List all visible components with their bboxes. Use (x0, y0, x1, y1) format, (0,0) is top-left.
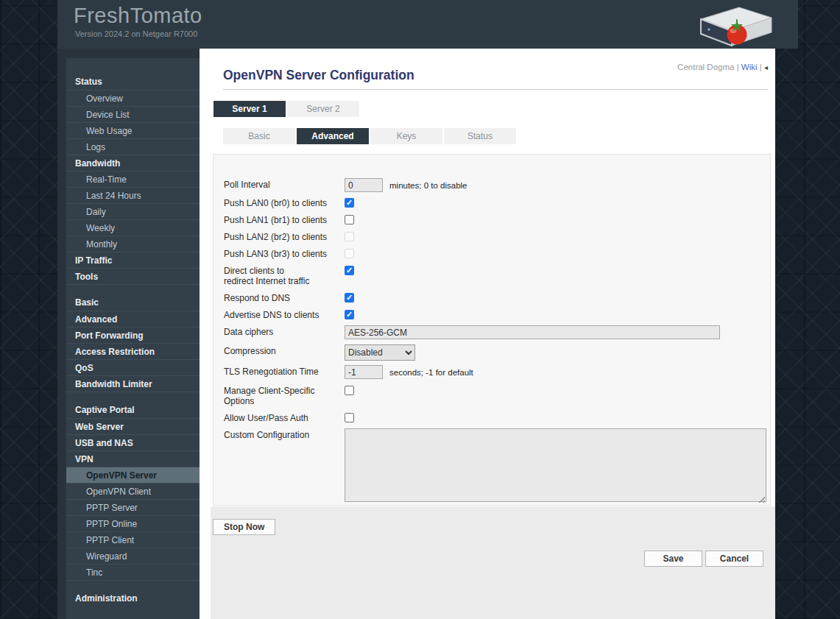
control-tls-renegotiation: seconds; -1 for default (345, 364, 770, 383)
wiki-link[interactable]: Wiki (741, 63, 758, 71)
sidebar-item-bandwidth-limiter[interactable]: Bandwidth Limiter (66, 375, 200, 392)
label-tls-renegotiation: TLS Renegotiation Time (224, 364, 345, 383)
sidebar-item-web-server[interactable]: Web Server (66, 418, 200, 434)
label-poll-interval: Poll Interval (224, 177, 345, 196)
sidebar-item-advanced[interactable]: Advanced (66, 311, 200, 327)
control-manage-cso (345, 383, 770, 411)
sidebar-item-openvpn-server[interactable]: OpenVPN Server (66, 467, 200, 483)
sidebar-gap (66, 392, 200, 402)
push-lan0-checkbox[interactable]: ✓ (345, 198, 354, 208)
sidebar-item-tinc[interactable]: Tinc (66, 564, 200, 580)
advertise-dns-checkbox[interactable]: ✓ (345, 310, 354, 319)
save-button[interactable]: Save (644, 551, 702, 567)
sidebar-item-ip-traffic[interactable]: IP Traffic (66, 252, 200, 268)
sidebar-item-monthly[interactable]: Monthly (66, 236, 200, 252)
form-row-push-lan0: Push LAN0 (br0) to clients✓ (213, 196, 770, 213)
control-redirect-internet: ✓ (345, 263, 770, 291)
poll-interval-note: minutes; 0 to disable (389, 178, 467, 193)
custom-config-textarea[interactable] (345, 428, 766, 502)
sidebar-item-openvpn-client[interactable]: OpenVPN Client (66, 483, 200, 499)
label-custom-config: Custom Configuration (224, 428, 345, 505)
label-push-lan1: Push LAN1 (br1) to clients (224, 213, 345, 230)
sidebar-item-pptp-server[interactable]: PPTP Server (66, 499, 200, 515)
control-push-lan0: ✓ (345, 196, 770, 213)
sidebar-gap (66, 580, 200, 590)
title-divider (223, 89, 768, 90)
form-row-push-lan1: Push LAN1 (br1) to clients (213, 213, 770, 230)
stop-now-button[interactable]: Stop Now (213, 519, 275, 535)
poll-interval-input[interactable] (345, 178, 383, 192)
control-compression: Disabled (345, 344, 770, 364)
collapse-arrow-icon[interactable]: ◂ (764, 63, 768, 71)
user-pass-auth-checkbox[interactable] (345, 413, 354, 422)
push-lan3-checkbox (345, 249, 354, 258)
tab-server-2[interactable]: Server 2 (287, 101, 359, 117)
compression-select[interactable]: Disabled (345, 344, 415, 361)
control-custom-config (345, 428, 770, 505)
server-tabs: Server 1Server 2 (213, 101, 359, 117)
form-row-compression: CompressionDisabled (213, 344, 770, 364)
label-advertise-dns: Advertise DNS to clients (224, 308, 345, 325)
tab-status[interactable]: Status (444, 128, 516, 144)
tab-keys[interactable]: Keys (370, 128, 442, 144)
manage-cso-checkbox[interactable] (345, 386, 354, 395)
tab-basic[interactable]: Basic (223, 128, 295, 144)
label-compression: Compression (224, 344, 345, 364)
tab-advanced[interactable]: Advanced (297, 128, 369, 144)
form-row-user-pass-auth: Allow User/Pass Auth (213, 411, 770, 428)
control-poll-interval: minutes; 0 to disable (345, 177, 770, 196)
sidebar-item-usb-and-nas[interactable]: USB and NAS (66, 434, 200, 450)
central-dogma-link[interactable]: Central Dogma (677, 63, 734, 71)
label-push-lan2: Push LAN2 (br2) to clients (224, 230, 345, 247)
control-push-lan1 (345, 213, 770, 230)
sidebar-item-access-restriction[interactable]: Access Restriction (66, 343, 200, 359)
cancel-button[interactable]: Cancel (705, 551, 763, 567)
label-respond-dns: Respond to DNS (224, 291, 345, 308)
data-ciphers-input[interactable] (345, 325, 720, 339)
page-title: OpenVPN Server Configuration (223, 68, 414, 83)
sidebar-item-basic[interactable]: Basic (66, 294, 200, 311)
sidebar-menu: StatusOverviewDevice ListWeb UsageLogsBa… (66, 58, 200, 619)
respond-dns-checkbox[interactable]: ✓ (345, 293, 354, 303)
sidebar-item-wireguard[interactable]: Wireguard (66, 548, 200, 564)
sidebar: StatusOverviewDevice ListWeb UsageLogsBa… (57, 49, 200, 619)
form-row-manage-cso: Manage Client-SpecificOptions (213, 383, 770, 411)
sidebar-item-qos[interactable]: QoS (66, 359, 200, 375)
push-lan1-checkbox[interactable] (345, 215, 354, 224)
sidebar-item-port-forwarding[interactable]: Port Forwarding (66, 327, 200, 343)
sidebar-item-pptp-online[interactable]: PPTP Online (66, 515, 200, 531)
sidebar-item-overview[interactable]: Overview (66, 90, 200, 106)
form-row-custom-config: Custom Configuration (213, 428, 770, 505)
form-row-data-ciphers: Data ciphers (213, 325, 770, 344)
sidebar-item-captive-portal[interactable]: Captive Portal (66, 402, 200, 418)
section-tabs: BasicAdvancedKeysStatus (223, 128, 516, 144)
form-row-push-lan3: Push LAN3 (br3) to clients (213, 247, 770, 263)
sidebar-item-logs[interactable]: Logs (66, 138, 200, 155)
form-row-advertise-dns: Advertise DNS to clients✓ (213, 308, 770, 325)
sidebar-item-real-time[interactable]: Real-Time (66, 171, 200, 187)
page-background: { "header": { "app_name": "FreshTomato",… (0, 0, 840, 619)
sidebar-item-bandwidth[interactable]: Bandwidth (66, 155, 200, 171)
sidebar-item-weekly[interactable]: Weekly (66, 219, 200, 236)
save-cancel-row: Save Cancel (644, 551, 763, 567)
sidebar-gap (66, 284, 200, 294)
sidebar-item-pptp-client[interactable]: PPTP Client (66, 531, 200, 548)
sidebar-item-vpn[interactable]: VPN (66, 450, 200, 467)
control-respond-dns: ✓ (345, 291, 770, 308)
advanced-settings-panel: Poll Intervalminutes; 0 to disablePush L… (213, 154, 771, 506)
sidebar-item-status[interactable]: Status (66, 74, 200, 90)
redirect-internet-checkbox[interactable]: ✓ (345, 266, 354, 275)
sidebar-item-daily[interactable]: Daily (66, 203, 200, 219)
sidebar-item-device-list[interactable]: Device List (66, 106, 200, 122)
control-user-pass-auth (345, 411, 770, 428)
label-user-pass-auth: Allow User/Pass Auth (224, 411, 345, 428)
form-row-redirect-internet: Direct clients toredirect Internet traff… (213, 263, 770, 291)
sidebar-item-tools[interactable]: Tools (66, 268, 200, 284)
sidebar-item-web-usage[interactable]: Web Usage (66, 122, 200, 138)
sidebar-item-last-24-hours[interactable]: Last 24 Hours (66, 187, 200, 203)
sidebar-item-administration[interactable]: Administration (66, 590, 200, 606)
tls-renegotiation-input[interactable] (345, 365, 383, 379)
form-row-poll-interval: Poll Intervalminutes; 0 to disable (213, 177, 770, 196)
quick-links: Central Dogma | Wiki | ◂ (677, 63, 768, 71)
tab-server-1[interactable]: Server 1 (213, 101, 286, 117)
